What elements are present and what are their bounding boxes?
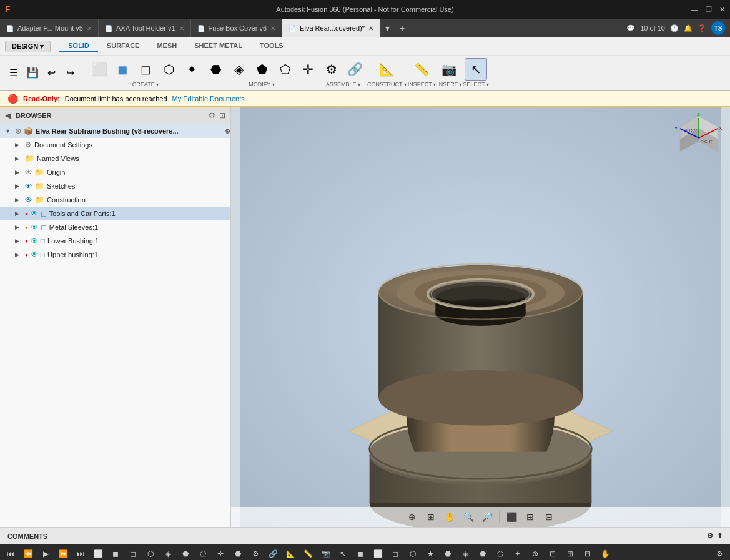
- eye-teal-icon[interactable]: 👁: [31, 209, 38, 218]
- zoom-button[interactable]: 🔍: [460, 509, 476, 525]
- tool-icon-21[interactable]: ⬣: [440, 546, 456, 560]
- tab-adapter[interactable]: 📄 Adapter P... Mount v5 ✕: [0, 19, 99, 37]
- close-button[interactable]: ✕: [719, 6, 725, 14]
- save-button[interactable]: 💾: [24, 64, 41, 82]
- maximize-button[interactable]: ❐: [706, 6, 712, 14]
- expand-icon[interactable]: ▶: [15, 183, 22, 189]
- pan-button[interactable]: ⊞: [423, 509, 439, 525]
- insert-btn[interactable]: 📷: [438, 58, 461, 81]
- comments-settings-icon[interactable]: ⚙: [707, 532, 713, 540]
- tool-icon-20[interactable]: ★: [422, 546, 438, 560]
- browser-item-upper-bushing[interactable]: ▶ ● 👁 □ Upper bushing:1: [0, 248, 230, 262]
- eye-teal-icon[interactable]: 👁: [31, 223, 38, 232]
- tool-icon-3[interactable]: ◻: [125, 546, 141, 560]
- close-tab-icon[interactable]: ✕: [87, 25, 92, 32]
- zoom-window-button[interactable]: 🔎: [479, 509, 495, 525]
- browser-item-tools-car-parts[interactable]: ▶ ● 👁 ◻ Tools and Car Parts:1: [0, 207, 230, 220]
- tool-icon-25[interactable]: ✦: [510, 546, 526, 560]
- tool-icon-16[interactable]: ◼: [352, 546, 368, 560]
- modify-move-btn[interactable]: ✛: [297, 58, 319, 81]
- eye-blue-icon[interactable]: 👁: [25, 182, 32, 190]
- nav-next-button[interactable]: ⏩: [55, 546, 71, 560]
- tool-icon-8[interactable]: ✛: [212, 546, 229, 560]
- expand-icon[interactable]: ▶: [15, 210, 22, 217]
- select-group-label[interactable]: SELECT ▾: [463, 81, 488, 87]
- expand-icon[interactable]: ▶: [15, 155, 22, 162]
- mode-tab-mesh[interactable]: MESH: [148, 40, 185, 52]
- display-settings-button[interactable]: ⬛: [503, 509, 520, 525]
- help-icon[interactable]: ❓: [698, 24, 706, 32]
- modify-chamfer-btn[interactable]: ⬟: [250, 58, 273, 81]
- nav-play-button[interactable]: ▶: [37, 546, 54, 560]
- collapse-icon[interactable]: ◀: [5, 111, 11, 120]
- tool-icon-30[interactable]: ✋: [597, 546, 613, 560]
- browser-item-lower-bushing[interactable]: ▶ ● 👁 □ Lower Bushing:1: [0, 234, 230, 248]
- eye-hidden-icon[interactable]: ⊙: [15, 127, 21, 135]
- modify-shell-btn[interactable]: ⬠: [274, 58, 296, 81]
- tool-icon-26[interactable]: ⊕: [527, 546, 543, 560]
- assemble-joint-btn[interactable]: ⚙: [320, 58, 343, 81]
- tool-icon-11[interactable]: 🔗: [265, 546, 281, 560]
- view-options-button[interactable]: ⊟: [541, 509, 557, 525]
- mode-tab-surface[interactable]: SURFACE: [98, 40, 149, 52]
- fit-view-button[interactable]: ⊕: [404, 509, 420, 525]
- create-new-body-btn[interactable]: ⬜: [88, 58, 111, 81]
- browser-item-construction[interactable]: ▶ 👁 📁 Construction: [0, 193, 230, 207]
- redo-button[interactable]: ↪: [61, 64, 79, 82]
- browser-item-metal-sleeves[interactable]: ▶ ● 👁 ◻ Metal Sleeves:1: [0, 220, 230, 234]
- eye-teal-icon[interactable]: 👁: [31, 237, 38, 245]
- tool-icon-27[interactable]: ⊡: [545, 546, 561, 560]
- create-sweep-btn[interactable]: ⬡: [157, 58, 180, 81]
- tab-axa[interactable]: 📄 AXA Tool Holder v1 ✕: [99, 19, 191, 37]
- expand-icon[interactable]: ▶: [15, 238, 22, 244]
- design-button[interactable]: DESIGN ▾: [5, 41, 51, 52]
- expand-icon[interactable]: ▶: [15, 197, 22, 203]
- eye-blue-icon[interactable]: 👁: [25, 195, 32, 204]
- assemble-group-label[interactable]: ASSEMBLE ▾: [326, 81, 360, 87]
- gizmo[interactable]: FRONT RIGHT X Z Y: [674, 113, 724, 163]
- expand-icon[interactable]: ▶: [15, 142, 22, 148]
- grid-button[interactable]: ⊞: [522, 509, 538, 525]
- browser-item-named-views[interactable]: ▶ 📁 Named Views: [0, 152, 230, 165]
- tool-icon-2[interactable]: ◼: [107, 546, 124, 560]
- tool-icon-7[interactable]: ⬠: [195, 546, 211, 560]
- tool-icon-29[interactable]: ⊟: [580, 546, 596, 560]
- inspect-measure-btn[interactable]: 📏: [411, 58, 433, 81]
- tool-icon-24[interactable]: ⬠: [492, 546, 508, 560]
- tool-icon-10[interactable]: ⚙: [247, 546, 264, 560]
- eye-gray-icon[interactable]: 👁: [25, 168, 32, 177]
- comment-icon[interactable]: 💬: [626, 24, 635, 32]
- tab-elva[interactable]: 📄 Elva Rear...covered)* ✕: [282, 19, 380, 37]
- expand-icon[interactable]: ▶: [15, 252, 22, 258]
- user-avatar[interactable]: TS: [711, 21, 725, 35]
- assemble-more-btn[interactable]: 🔗: [343, 58, 366, 81]
- tool-icon-14[interactable]: 📷: [317, 546, 333, 560]
- close-tab-icon[interactable]: ✕: [368, 25, 373, 32]
- close-tab-icon[interactable]: ✕: [179, 25, 184, 32]
- collapse-arrow-icon[interactable]: ▼: [5, 128, 12, 134]
- modify-press-pull-btn[interactable]: ⬣: [204, 58, 227, 81]
- tool-icon-15[interactable]: ↖: [335, 546, 351, 560]
- modify-fillet-btn[interactable]: ◈: [227, 58, 250, 81]
- tool-icon-17[interactable]: ⬜: [370, 546, 386, 560]
- browser-root-item[interactable]: ▼ ⊙ 📦 Elva Rear Subframe Bushing (v8-rec…: [0, 124, 230, 138]
- create-revolve-btn[interactable]: ◻: [134, 58, 157, 81]
- tool-icon-5[interactable]: ◈: [160, 546, 176, 560]
- mode-tab-solid[interactable]: SOLID: [59, 40, 98, 52]
- construct-plane-btn[interactable]: 📐: [375, 58, 398, 81]
- comments-expand-icon[interactable]: ⬆: [717, 532, 723, 540]
- tab-dropdown-button[interactable]: ▾: [380, 19, 395, 37]
- modify-group-label[interactable]: MODIFY ▾: [249, 81, 274, 87]
- undo-button[interactable]: ↩: [42, 64, 60, 82]
- new-tab-button[interactable]: +: [395, 19, 410, 37]
- mode-tab-tools[interactable]: TOOLS: [251, 40, 292, 52]
- tool-icon-23[interactable]: ⬟: [475, 546, 491, 560]
- browser-settings-icon[interactable]: ⚙: [209, 111, 215, 120]
- notification-icon[interactable]: 🔔: [684, 24, 693, 32]
- tool-icon-4[interactable]: ⬡: [142, 546, 159, 560]
- minimize-button[interactable]: —: [691, 6, 698, 14]
- expand-icon[interactable]: ▶: [15, 224, 22, 230]
- tab-fuse[interactable]: 📄 Fuse Box Cover v6 ✕: [191, 19, 283, 37]
- browser-item-sketches[interactable]: ▶ 👁 📁 Sketches: [0, 179, 230, 193]
- close-tab-icon[interactable]: ✕: [270, 25, 275, 32]
